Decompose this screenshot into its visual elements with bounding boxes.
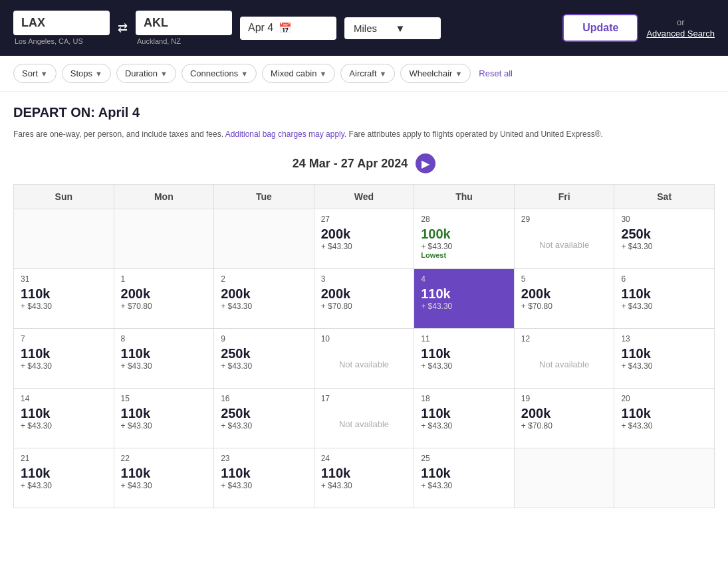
reset-all-link[interactable]: Reset all: [479, 68, 513, 78]
calendar-cell[interactable]: 31110k+ $43.30: [14, 269, 114, 329]
cell-date: 14: [21, 394, 107, 403]
cell-not-available: Not available: [321, 406, 408, 429]
cell-fee: + $43.30: [221, 421, 307, 430]
cell-date: 17: [321, 394, 408, 403]
main-content: DEPART ON: April 4 Fares are one-way, pe…: [0, 92, 728, 522]
cell-miles: 110k: [421, 406, 507, 421]
cell-miles: 110k: [21, 466, 107, 481]
calendar-cell[interactable]: 4110k+ $43.30: [414, 269, 515, 329]
aircraft-filter[interactable]: Aircraft ▼: [340, 64, 395, 83]
calendar-cell[interactable]: 5200k+ $70.80: [514, 269, 614, 329]
destination-group: Auckland, NZ: [136, 11, 232, 45]
calendar-cell[interactable]: 2200k+ $43.30: [214, 269, 314, 329]
calendar-cell[interactable]: 25110k+ $43.30: [414, 448, 515, 508]
registered-mark: ®: [595, 130, 601, 139]
cell-fee: + $43.30: [21, 302, 107, 311]
calendar-cell[interactable]: 23110k+ $43.30: [214, 448, 314, 508]
stops-chevron: ▼: [95, 70, 102, 78]
calendar-cell[interactable]: 19200k+ $70.80: [514, 389, 614, 448]
calendar-cell[interactable]: 9250k+ $43.30: [214, 329, 314, 389]
cell-date: 12: [521, 334, 608, 343]
cell-miles: 200k: [121, 286, 207, 302]
cell-fee: + $43.30: [621, 302, 707, 311]
cell-fee: + $43.30: [421, 361, 507, 371]
calendar-table: Sun Mon Tue Wed Thu Fri Sat 27200k+ $43.…: [13, 184, 715, 508]
aircraft-label: Aircraft: [349, 68, 376, 78]
miles-dropdown[interactable]: Miles ▼: [344, 17, 441, 39]
cell-fee: + $43.30: [621, 242, 707, 251]
calendar-cell[interactable]: 27200k+ $43.30: [314, 209, 414, 269]
calendar-row: 7110k+ $43.308110k+ $43.309250k+ $43.301…: [14, 329, 715, 389]
calendar-cell: [214, 209, 314, 269]
calendar-cell[interactable]: 7110k+ $43.30: [14, 329, 114, 389]
stops-filter[interactable]: Stops ▼: [62, 64, 111, 83]
calendar-cell[interactable]: 28100k+ $43.30Lowest: [414, 209, 515, 269]
cell-date: 25: [421, 454, 507, 463]
cell-miles: 110k: [221, 466, 307, 481]
calendar-row: 27200k+ $43.3028100k+ $43.30Lowest29Not …: [14, 209, 715, 269]
calendar-row: 21110k+ $43.3022110k+ $43.3023110k+ $43.…: [14, 448, 715, 508]
miles-label: Miles: [354, 23, 390, 34]
cell-fee: + $43.30: [621, 421, 707, 430]
or-text: or: [677, 17, 685, 27]
mixed-cabin-filter[interactable]: Mixed cabin ▼: [262, 64, 335, 83]
wheelchair-filter[interactable]: Wheelchair ▼: [400, 64, 471, 83]
cell-date: 20: [621, 394, 707, 403]
calendar-cell[interactable]: 24110k+ $43.30: [314, 448, 414, 508]
destination-input[interactable]: [136, 11, 232, 35]
calendar-header: 24 Mar - 27 Apr 2024 ▶: [13, 153, 715, 173]
update-button[interactable]: Update: [562, 14, 638, 42]
calendar-cell[interactable]: 11110k+ $43.30: [414, 329, 515, 389]
cell-not-available: Not available: [321, 346, 408, 369]
calendar-cell: 10Not available: [314, 329, 414, 389]
calendar-cell[interactable]: 8110k+ $43.30: [114, 329, 214, 389]
calendar-cell[interactable]: 6110k+ $43.30: [614, 269, 715, 329]
calendar-cell[interactable]: 18110k+ $43.30: [414, 389, 515, 448]
destination-label: Auckland, NZ: [136, 37, 232, 45]
header: Los Angeles, CA, US ⇄ Auckland, NZ Apr 4…: [0, 0, 728, 56]
calendar-cell[interactable]: 30250k+ $43.30: [614, 209, 715, 269]
cell-fee: + $43.30: [421, 481, 507, 490]
cell-miles: 110k: [421, 346, 507, 361]
calendar-cell[interactable]: 13110k+ $43.30: [614, 329, 715, 389]
calendar-cell[interactable]: 20110k+ $43.30: [614, 389, 715, 448]
connections-filter[interactable]: Connections ▼: [182, 64, 257, 83]
mixed-cabin-label: Mixed cabin: [271, 68, 316, 78]
cell-date: 7: [21, 334, 107, 343]
calendar-cell[interactable]: 21110k+ $43.30: [14, 448, 114, 508]
sort-filter[interactable]: Sort ▼: [13, 64, 57, 83]
cell-miles: 200k: [521, 406, 608, 421]
calendar-cell[interactable]: 1200k+ $70.80: [114, 269, 214, 329]
calendar-cell[interactable]: 15110k+ $43.30: [114, 389, 214, 448]
swap-icon[interactable]: ⇄: [118, 21, 128, 35]
cell-date: 10: [321, 334, 408, 343]
calendar-cell[interactable]: 14110k+ $43.30: [14, 389, 114, 448]
col-mon: Mon: [114, 185, 214, 209]
calendar-row: 31110k+ $43.301200k+ $70.802200k+ $43.30…: [14, 269, 715, 329]
cell-fee: + $43.30: [121, 421, 207, 430]
calendar-cell: 17Not available: [314, 389, 414, 448]
bag-charges-link[interactable]: Additional bag charges may apply.: [225, 130, 347, 139]
calendar-cell[interactable]: 16250k+ $43.30: [214, 389, 314, 448]
cell-date: 15: [121, 394, 207, 403]
chevron-down-icon: ▼: [396, 23, 432, 34]
cell-miles: 200k: [321, 227, 408, 242]
calendar-cell[interactable]: 3200k+ $70.80: [314, 269, 414, 329]
mixed-cabin-chevron: ▼: [319, 70, 326, 78]
wheelchair-chevron: ▼: [455, 70, 462, 78]
duration-filter[interactable]: Duration ▼: [116, 64, 176, 83]
fare-note: Fares are one-way, per person, and inclu…: [13, 128, 715, 140]
calendar-cell: [514, 448, 614, 508]
advanced-search-link[interactable]: Advanced Search: [646, 29, 715, 39]
calendar-cell[interactable]: 22110k+ $43.30: [114, 448, 214, 508]
cell-date: 28: [421, 215, 507, 224]
cell-lowest-badge: Lowest: [421, 251, 507, 259]
date-picker[interactable]: Apr 4 📅: [240, 17, 336, 40]
depart-title: DEPART ON: April 4: [13, 105, 715, 120]
cal-next-icon[interactable]: ▶: [416, 153, 435, 173]
origin-input[interactable]: [13, 11, 110, 35]
calendar-cell: [114, 209, 214, 269]
cell-date: 13: [621, 334, 707, 343]
cell-miles: 110k: [621, 406, 707, 421]
cell-miles: 110k: [421, 466, 507, 481]
